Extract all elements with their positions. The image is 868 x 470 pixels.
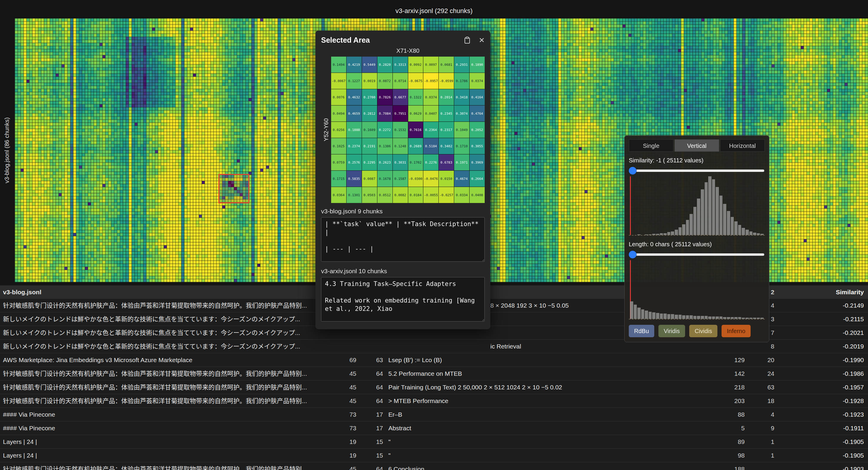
blog-chunks-label: v3-blog.jsonl 9 chunks [321,208,485,215]
cell-sim: -0.1911 [777,421,868,435]
table-row[interactable]: #### Via Pinecone7317Er–B884-0.1923 [0,408,868,421]
histogram-bar [682,315,685,319]
cell-arxiv: 5.2 Performance on MTEB [385,367,723,380]
histogram-bar [693,207,696,235]
length-slider-handle[interactable] [629,251,637,258]
cell-n2: 15 [359,449,385,462]
length-slider-track [629,253,764,256]
grid-cell: 0.0150 [439,171,454,187]
selection-rectangle[interactable] [218,174,250,203]
grid-cell: 0.0512 [377,187,393,203]
table-row[interactable]: 针对敏感肌专门设计的天然有机护肤产品：体验由芦荟和洋甘菊提取物带来的自然呵护。我… [0,394,868,408]
cell-n2: 15 [359,435,385,448]
grid-cell: 0.1322 [408,89,423,105]
grid-cell: 0.0374 [470,73,485,89]
colormap-rdbu-button[interactable]: RdBu [629,325,654,337]
histogram-bar [638,308,641,319]
histogram-bar [641,309,645,319]
colormap-viridis-button[interactable]: Viridis [658,325,685,337]
grid-cell: 0.2700 [362,89,377,105]
cell-n2: 64 [359,462,385,470]
tab-single[interactable]: Single [629,139,674,152]
cell-n2: 17 [359,421,385,435]
cell-n3: 89 [723,435,747,448]
cell-n2: 64 [359,380,385,394]
y-axis-label-wrap: v3-blog.jsonl (86 chunks) [0,19,13,282]
grid-cell: 0.0087 [362,171,377,187]
grid-cell: -0.0476 [423,171,438,187]
selected-area-modal: Selected Area ✕ X71-X80 Y52-Y60 0.14940.… [315,31,490,329]
cell-n1 [332,340,359,353]
close-button[interactable]: ✕ [479,37,485,44]
grid-cell: 0.1049 [454,122,469,138]
cell-n2: 63 [359,353,385,367]
arxiv-chunk-textarea[interactable]: 4.3 Training Task—Specific Adapters Rela… [321,277,485,321]
cell-n3: 98 [723,449,747,462]
grid-cell: 0.2820 [377,57,393,72]
similarity-slider-handle[interactable] [629,167,637,175]
grid-cell: 0.1386 [377,138,393,154]
length-slider[interactable] [629,250,765,259]
grid-cell: 0.0256 [331,122,346,138]
cell-sim: -0.1905 [777,449,868,462]
cell-arxiv: 6 Conclusion [385,462,723,470]
arxiv-chunks-label: v3-arxiv.jsonl 10 chunks [321,268,485,275]
cell-n3: 188 [723,462,747,470]
histogram-bar [701,316,704,319]
histogram-bar [652,234,655,235]
histogram-bar [701,189,704,235]
y-range-label-wrap: Y52-Y60 [321,57,331,203]
grid-cell: 0.1890 [470,57,485,72]
table-row[interactable]: Layers | 24 |1915"981-0.1905 [0,449,868,462]
histogram-bar [708,176,711,235]
table-row[interactable]: AWS Marketplace: Jina Embeddings v3 Micr… [0,353,868,367]
colormap-inferno-button[interactable]: Inferno [721,325,751,337]
histogram-bar [689,214,693,235]
grid-cell: 0.2931 [454,57,469,72]
table-row[interactable]: 针对敏感肌专门设计的天然有机护肤产品：体验由芦荟和洋甘菊提取物带来的自然呵护。我… [0,380,868,394]
blog-chunk-textarea[interactable]: | **`task` value** | **Task Description*… [321,217,485,262]
cell-arxiv: " [385,435,723,448]
tab-vertical[interactable]: Vertical [675,139,719,152]
close-icon: ✕ [479,37,485,44]
grid-cell: 0.2576 [346,154,362,170]
colormap-cividis-button[interactable]: Cividis [689,325,717,337]
grid-cell: 0.4219 [346,57,362,72]
similarity-slider[interactable] [629,166,765,175]
grid-cell: 0.6677 [393,89,408,105]
histogram-bar [705,182,708,235]
grid-cell: 0.3402 [439,138,454,154]
grid-cell: 0.3313 [393,57,408,72]
cell-sim: -0.1903 [777,462,868,470]
copy-button[interactable] [464,37,470,44]
similarity-histogram [629,176,765,236]
histogram-bar [663,314,667,319]
table-row[interactable]: #### Via Pinecone7317Abstract59-0.1911 [0,421,868,435]
table-row[interactable]: 针对敏感肌专门设计的天然有机护肤产品：体验由芦荟和洋甘菊提取物带来的自然呵护。我… [0,367,868,380]
cell-n2: 64 [359,367,385,380]
table-row[interactable]: Layers | 24 |1915"891-0.1905 [0,435,868,449]
cell-n3: 129 [723,353,747,367]
cell-blog: #### Via Pinecone [0,408,332,421]
grid-cell: 0.3418 [454,89,469,105]
histogram-bar [660,233,663,235]
histogram-bar [727,211,730,235]
tab-horizontal[interactable]: Horizontal [720,139,765,152]
cell-n4: 4 [747,408,777,421]
cell-n4: 63 [747,380,777,394]
histogram-bar [671,231,674,235]
histogram-bar [656,313,659,319]
grid-cell: 0.2295 [362,154,377,170]
histogram-bar [675,230,678,235]
cell-sim: -0.2149 [777,299,868,312]
table-row[interactable]: 针对敏感肌专门设计的天然有机护肤产品：体验由芦荟和洋甘菊提取物带来的自然呵护。我… [0,462,868,470]
grid-cell: 0.0494 [331,105,346,122]
cell-blog: 针对敏感肌专门设计的天然有机护肤产品：体验由芦荟和洋甘菊提取物带来的自然呵护。我… [0,380,332,394]
grid-cell: 0.1971 [454,154,469,170]
grid-cell: 0.3055 [470,138,485,154]
length-filter-label: Length: 0 chars ( 25112 values) [629,241,765,248]
grid-cell: 0.1710 [454,138,469,154]
histogram-bar [705,316,708,319]
histogram-bar [734,221,738,235]
grid-cell: 0.1587 [393,171,408,187]
